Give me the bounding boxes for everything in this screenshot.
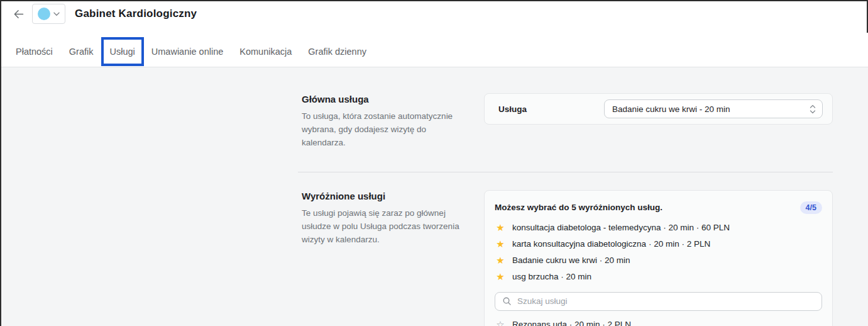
section-description: To usługa, która zostanie automatycznie …	[302, 110, 471, 150]
featured-service-item: ★ usg brzucha · 20 min	[495, 269, 822, 285]
star-filled-icon[interactable]: ★	[495, 272, 506, 281]
service-item-label: usg brzucha · 20 min	[512, 272, 591, 281]
app-window: Gabinet Kardiologiczny Płatności Grafik …	[0, 0, 868, 326]
service-item-label: Badanie cukru we krwi · 20 min	[512, 256, 630, 265]
section-main-service: Główna usługa To usługa, która zostanie …	[302, 93, 833, 150]
service-select[interactable]: Badanie cukru we krwi - 20 min	[604, 99, 823, 118]
section-title: Wyróżnione usługi	[302, 191, 471, 201]
featured-card-header: Możesz wybrać do 5 wyróżnionych usług. 4…	[495, 201, 822, 214]
back-button[interactable]	[9, 4, 28, 23]
header: Gabinet Kardiologiczny	[1, 1, 868, 26]
section-divider	[298, 172, 833, 172]
chevron-down-icon	[53, 12, 60, 16]
tab-grafik[interactable]: Grafik	[69, 47, 94, 57]
featured-limit-text: Możesz wybrać do 5 wyróżnionych usług.	[495, 203, 662, 212]
search-icon	[502, 296, 512, 306]
arrow-left-icon	[12, 8, 25, 21]
facility-avatar-dropdown[interactable]	[32, 4, 65, 24]
service-field-label: Usługa	[498, 104, 527, 114]
tab-grafik-dzienny[interactable]: Grafik dzienny	[308, 47, 366, 57]
tab-platnosci[interactable]: Płatności	[16, 47, 53, 57]
tab-uslugi[interactable]: Usługi	[110, 47, 135, 57]
featured-services-info: Wyróżnione usługi Te usługi pojawią się …	[302, 190, 471, 247]
star-outline-icon[interactable]: ☆	[495, 320, 506, 326]
featured-service-item: ★ konsultacja diabetologa - telemedycyna…	[495, 220, 822, 236]
service-item-label: karta konsultacyjna diabetologiczna · 20…	[512, 239, 710, 249]
counter-badge: 4/5	[800, 201, 822, 214]
tab-umawianie-online[interactable]: Umawianie online	[151, 47, 223, 57]
star-filled-icon[interactable]: ★	[495, 223, 506, 232]
available-service-item: ☆ Rezonans uda · 20 min · 2 PLN	[495, 317, 822, 326]
available-services-list: ☆ Rezonans uda · 20 min · 2 PLN ☆ USG ta…	[495, 317, 822, 326]
section-title: Główna usługa	[302, 94, 471, 104]
featured-service-item: ★ Badanie cukru we krwi · 20 min	[495, 252, 822, 269]
select-stepper-icon	[810, 104, 816, 114]
service-item-label: Rezonans uda · 20 min · 2 PLN	[512, 320, 631, 326]
tab-komunikacja[interactable]: Komunikacja	[239, 47, 292, 57]
featured-services-card: Możesz wybrać do 5 wyróżnionych usług. 4…	[484, 190, 833, 326]
star-filled-icon[interactable]: ★	[495, 256, 506, 265]
avatar	[38, 8, 50, 20]
service-search	[495, 292, 822, 311]
main-service-card: Usługa Badanie cukru we krwi - 20 min	[484, 93, 833, 125]
service-select-value: Badanie cukru we krwi - 20 min	[612, 104, 810, 114]
selected-services-list: ★ konsultacja diabetologa - telemedycyna…	[495, 220, 822, 285]
search-input[interactable]	[517, 296, 815, 306]
featured-service-item: ★ karta konsultacyjna diabetologiczna · …	[495, 236, 822, 252]
main-service-info: Główna usługa To usługa, która zostanie …	[302, 93, 471, 150]
section-featured-services: Wyróżnione usługi Te usługi pojawią się …	[302, 190, 833, 326]
active-tab-highlight-box: Usługi	[101, 37, 144, 66]
page-title: Gabinet Kardiologiczny	[75, 8, 197, 20]
section-description: Te usługi pojawią się zaraz po głównej u…	[302, 207, 471, 247]
service-item-label: konsultacja diabetologa - telemedycyna ·…	[512, 223, 730, 232]
star-filled-icon[interactable]: ★	[495, 239, 506, 249]
content: Główna usługa To usługa, która zostanie …	[1, 67, 868, 326]
tab-bar: Płatności Grafik Usługi Umawianie online…	[1, 26, 868, 67]
